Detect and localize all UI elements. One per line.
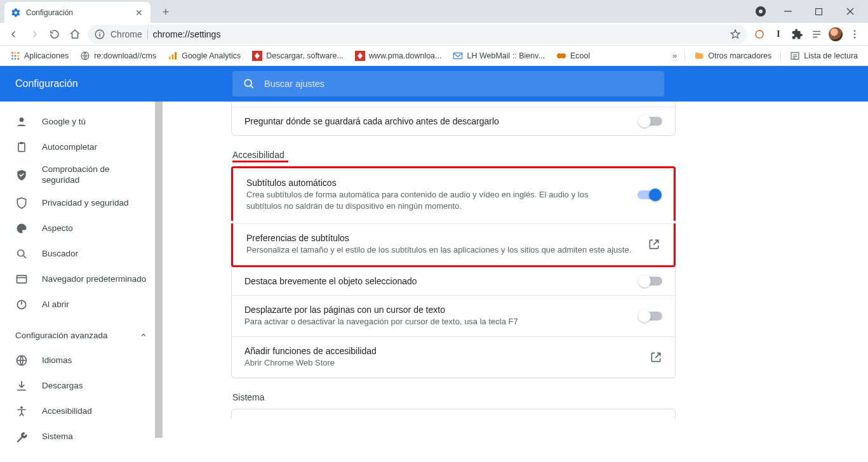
bookmark-item[interactable]: re:download//cms: [75, 47, 161, 65]
bookmark-label: LH WebMail :: Bienv...: [467, 51, 545, 60]
setting-row-caret-browsing[interactable]: Desplazarte por las páginas con un curso…: [232, 295, 675, 336]
svg-rect-3: [99, 33, 100, 36]
back-button[interactable]: [4, 24, 24, 44]
svg-point-28: [244, 79, 251, 86]
profile-avatar[interactable]: [827, 26, 844, 43]
svg-rect-33: [17, 275, 27, 283]
gear-icon: [11, 8, 21, 18]
apps-shortcut[interactable]: Aplicaciones: [5, 47, 74, 65]
overflow-icon[interactable]: »: [669, 51, 681, 60]
svg-point-4: [99, 32, 100, 33]
star-icon[interactable]: [730, 29, 741, 40]
new-tab-button[interactable]: +: [157, 3, 175, 21]
bookmark-item[interactable]: www.pma.downloa...: [350, 47, 447, 65]
sidebar-label: Autocompletar: [42, 142, 97, 153]
svg-point-15: [11, 58, 13, 60]
address-bar[interactable]: Chrome chrome://settings: [88, 25, 747, 44]
sidebar-item-on-startup[interactable]: Al abrir: [0, 292, 163, 317]
sidebar-label: Buscador: [42, 249, 78, 260]
forward-button[interactable]: [24, 24, 44, 44]
setting-row-caption-prefs[interactable]: Preferencias de subtítulos Personaliza e…: [234, 223, 673, 265]
globe-icon: [15, 354, 28, 367]
setting-row-webstore[interactable]: Añadir funciones de accesibilidad Abrir …: [232, 336, 675, 378]
toggle-auto-captions[interactable]: [638, 190, 660, 199]
extensions-icon[interactable]: [789, 26, 806, 43]
other-bookmarks[interactable]: Otros marcadores: [689, 47, 777, 65]
sidebar-item-search[interactable]: Buscador: [0, 241, 163, 267]
bookmark-item[interactable]: Google Analytics: [163, 47, 246, 65]
sidebar-label: Privacidad y seguridad: [42, 198, 129, 209]
bookmark-item[interactable]: Ecool: [551, 47, 595, 65]
home-button[interactable]: [65, 24, 85, 44]
minimize-button[interactable]: [773, 2, 802, 21]
reload-button[interactable]: [44, 24, 65, 44]
palette-icon: [15, 222, 28, 235]
sidebar-item-downloads[interactable]: Descargas: [0, 373, 163, 399]
sidebar-item-autofill[interactable]: Autocompletar: [0, 135, 163, 160]
ext-icon-1[interactable]: [751, 26, 768, 43]
sidebar-label: Aspecto: [42, 223, 73, 234]
info-icon: [94, 29, 105, 40]
browser-tab[interactable]: Configuración ✕: [4, 2, 150, 23]
setting-row-auto-captions[interactable]: Subtítulos automáticos Crea subtítulos d…: [234, 169, 673, 221]
search-settings-input[interactable]: Buscar ajustes: [232, 71, 664, 96]
toggle-caret[interactable]: [639, 312, 662, 320]
sidebar-label: Google y tú: [42, 117, 86, 128]
close-icon[interactable]: ✕: [134, 8, 144, 18]
svg-rect-0: [784, 11, 792, 11]
bookmark-label: Lista de lectura: [804, 51, 858, 60]
svg-point-29: [20, 117, 24, 122]
omnibox-prefix: Chrome: [110, 29, 142, 39]
sidebar-item-appearance[interactable]: Aspecto: [0, 216, 163, 241]
sidebar-item-system[interactable]: Sistema: [0, 424, 163, 449]
toggle-highlight[interactable]: [639, 277, 662, 286]
sidebar-item-privacy[interactable]: Privacidad y seguridad: [0, 190, 163, 216]
menu-icon[interactable]: [846, 26, 863, 43]
svg-rect-24: [454, 53, 462, 58]
svg-point-7: [854, 33, 856, 35]
bookmark-item[interactable]: Descargar, software...: [247, 47, 349, 65]
sidebar-scrollbar[interactable]: [154, 102, 163, 462]
svg-point-9: [11, 52, 13, 54]
mail-icon: [453, 51, 463, 61]
reading-list[interactable]: Lista de lectura: [785, 47, 863, 65]
svg-point-12: [11, 55, 13, 56]
sidebar-item-languages[interactable]: Idiomas: [0, 348, 163, 373]
row-title: Destaca brevemente el objeto seleccionad…: [244, 276, 627, 286]
sidebar-label: Idiomas: [42, 355, 72, 366]
launch-icon: [648, 238, 660, 251]
sidebar-item-default-browser[interactable]: Navegador predeterminado: [0, 267, 163, 292]
maximize-button[interactable]: [805, 2, 833, 21]
bookmark-label: Otros marcadores: [708, 51, 771, 60]
sidebar-item-google[interactable]: Google y tú: [0, 109, 163, 135]
card-accessibility-rest: Destaca brevemente el objeto seleccionad…: [231, 267, 676, 378]
sidebar-label: Configuración avanzada: [15, 331, 108, 340]
sidebar-item-safety[interactable]: Comprobación de seguridad: [0, 160, 163, 190]
sidebar-label: Sistema: [42, 432, 73, 442]
ext-icon-2[interactable]: I: [770, 26, 787, 43]
svg-rect-1: [816, 8, 822, 15]
wrench-icon: [15, 430, 28, 443]
browser-toolbar: Chrome chrome://settings I: [0, 23, 868, 46]
site-icon: [355, 51, 365, 61]
sidebar-label: Comprobación de seguridad: [42, 164, 124, 186]
site-icon: [556, 51, 566, 61]
content-area: Google y tú Autocompletar Comprobación d…: [0, 102, 868, 462]
svg-point-10: [15, 52, 17, 54]
chevron-up-icon: [140, 331, 147, 339]
bookmark-item[interactable]: LH WebMail :: Bienv...: [448, 47, 550, 65]
sidebar-advanced-toggle[interactable]: Configuración avanzada: [0, 322, 163, 348]
bookmark-label: re:download//cms: [94, 51, 156, 60]
card-downloads-partial: Preguntar dónde se guardará cada archivo…: [231, 102, 676, 136]
account-dot-icon[interactable]: [756, 6, 766, 16]
toggle-ask-save[interactable]: [639, 117, 662, 126]
setting-row-highlight-object[interactable]: Destaca brevemente el objeto seleccionad…: [232, 267, 675, 295]
setting-row-ask-save[interactable]: Preguntar dónde se guardará cada archivo…: [232, 107, 675, 135]
row-desc: Personaliza el tamaño y el estilo de los…: [246, 244, 635, 256]
person-icon: [15, 116, 28, 128]
row-title: Preguntar dónde se guardará cada archivo…: [244, 116, 627, 126]
sidebar-item-accessibility[interactable]: Accesibilidad: [0, 399, 163, 424]
row-desc: Abrir Chrome Web Store: [244, 357, 637, 369]
reading-list-icon[interactable]: [808, 26, 825, 43]
close-window-button[interactable]: [836, 2, 864, 21]
